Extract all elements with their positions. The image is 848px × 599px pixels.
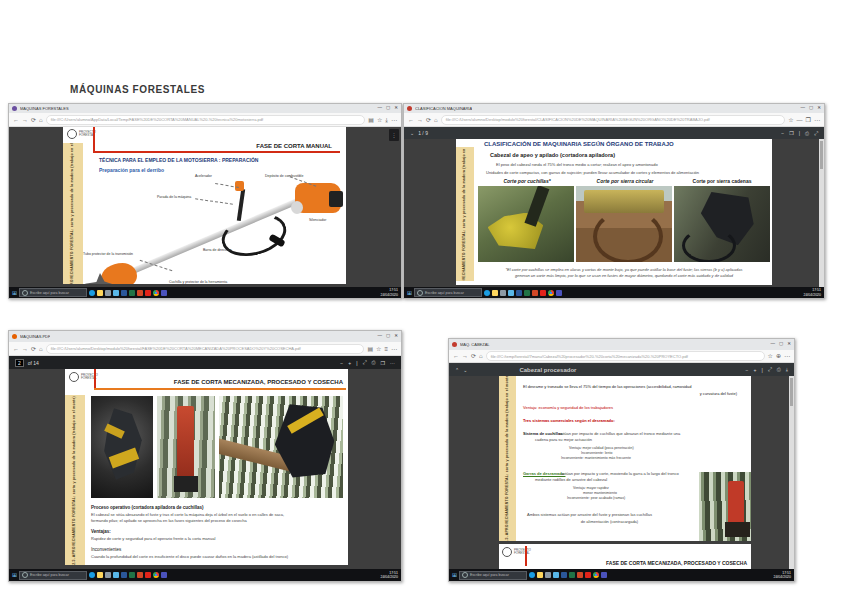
more-icon[interactable]: ⋯ <box>391 117 397 123</box>
excel-icon[interactable] <box>569 572 575 578</box>
tab-title[interactable]: MAQUINAS.PDF <box>20 334 50 339</box>
taskbar-search[interactable]: Escribe aquí para buscar <box>19 288 87 297</box>
maximize-button[interactable]: ▢ <box>779 342 783 347</box>
word-icon[interactable] <box>121 290 127 296</box>
photos-icon[interactable] <box>553 572 559 578</box>
back-icon[interactable]: ← <box>453 353 459 359</box>
start-button[interactable]: ⊞ <box>407 290 412 296</box>
file-explorer-icon[interactable] <box>97 572 103 578</box>
edge-icon[interactable] <box>89 290 95 296</box>
home-icon[interactable]: ⌂ <box>479 353 483 359</box>
file-explorer-icon[interactable] <box>537 572 543 578</box>
print-icon[interactable]: ⎙ <box>777 366 781 373</box>
back-icon[interactable]: ← <box>13 117 19 123</box>
fullscreen-icon[interactable]: ⤢ <box>814 130 818 137</box>
address-bar[interactable]: file:///C:/Users/alumno/Desktop/modulo%2… <box>46 344 365 354</box>
taskbar-search[interactable]: Escribe aquí para buscar <box>19 571 87 580</box>
zoom-out-icon[interactable]: − <box>746 367 749 373</box>
back-icon[interactable]: ← <box>408 117 414 123</box>
excel-icon[interactable] <box>524 290 530 296</box>
forward-icon[interactable]: → <box>417 117 423 123</box>
taskbar-clock[interactable]: 17:5124/04/2020 <box>380 288 398 296</box>
taskbar-clock[interactable]: 17:5124/04/2020 <box>803 288 821 296</box>
pdf-collapsed-toolbar[interactable]: ⋮ <box>389 129 399 141</box>
zoom-icon[interactable]: ⊕ <box>776 353 781 359</box>
refresh-icon[interactable]: ⟳ <box>426 117 431 123</box>
refresh-icon[interactable]: ⟳ <box>471 353 476 359</box>
store-icon[interactable] <box>545 572 551 578</box>
reader-icon[interactable]: ▤ <box>367 346 373 352</box>
file-explorer-icon[interactable] <box>97 290 103 296</box>
excel-icon[interactable] <box>129 290 135 296</box>
edge-icon[interactable] <box>484 290 490 296</box>
store-icon[interactable] <box>105 572 111 578</box>
address-bar[interactable]: file:///C:/Users/alumno/Desktop/modulo%2… <box>441 115 786 125</box>
scrollbar-thumb[interactable] <box>820 141 823 169</box>
powerpoint-icon[interactable] <box>577 572 583 578</box>
close-button[interactable]: ✕ <box>817 106 821 111</box>
minimize-button[interactable]: — <box>377 106 382 111</box>
minimize-button[interactable]: — <box>377 334 382 339</box>
page-menu-icon[interactable]: ⌄ <box>410 130 414 136</box>
teams-icon[interactable] <box>601 572 607 578</box>
chrome-icon[interactable] <box>548 290 554 296</box>
refresh-icon[interactable]: ⟳ <box>31 346 36 352</box>
taskbar-search[interactable]: Escribe aquí para buscar <box>459 571 527 580</box>
teams-icon[interactable] <box>556 290 562 296</box>
fit-page-icon[interactable]: ❐ <box>789 130 793 136</box>
tab-title[interactable]: CLASIFICACION MAQUINARIA <box>415 106 472 111</box>
maximize-button[interactable]: ▢ <box>386 106 390 111</box>
teams-icon[interactable] <box>161 572 167 578</box>
chrome-icon[interactable] <box>593 572 599 578</box>
menu-icon[interactable]: ≡ <box>384 346 388 352</box>
print-icon[interactable]: ⎙ <box>372 359 376 366</box>
address-bar[interactable]: file:///C:/temp/forestal/7manu/Cabezal%2… <box>486 351 765 361</box>
favorite-star-icon[interactable]: ☆ <box>377 117 382 123</box>
page-up-icon[interactable]: ⌃ <box>455 367 459 373</box>
more-icon[interactable]: ⋯ <box>814 117 820 123</box>
forward-icon[interactable]: → <box>22 117 28 123</box>
minimize-button[interactable]: — <box>770 342 775 347</box>
acrobat-icon[interactable] <box>585 572 591 578</box>
home-icon[interactable]: ⌂ <box>434 117 438 123</box>
favorite-star-icon[interactable]: ☆ <box>376 346 381 352</box>
more-icon[interactable]: ⋯ <box>391 346 397 352</box>
minimize-button[interactable]: — <box>800 106 805 111</box>
maximize-button[interactable]: ▢ <box>809 106 813 111</box>
word-icon[interactable] <box>516 290 522 296</box>
favorite-star-icon[interactable]: ☆ <box>768 353 773 359</box>
home-icon[interactable]: ⌂ <box>39 346 43 352</box>
powerpoint-icon[interactable] <box>532 290 538 296</box>
start-button[interactable]: ⊞ <box>12 290 17 296</box>
print-icon[interactable]: ⎙ <box>805 130 809 137</box>
chrome-icon[interactable] <box>153 290 159 296</box>
taskbar-search[interactable]: Escribe aquí para buscar <box>414 288 482 297</box>
download-icon[interactable]: ⤓ <box>786 366 788 373</box>
acrobat-icon[interactable] <box>145 290 151 296</box>
scrollbar[interactable] <box>789 376 794 569</box>
scrollbar[interactable] <box>819 139 824 287</box>
tab-title[interactable]: MAQUINAS FORESTALES <box>20 106 69 111</box>
teams-icon[interactable] <box>161 290 167 296</box>
zoom-in-icon[interactable]: + <box>348 360 351 366</box>
maximize-button[interactable]: ▢ <box>386 334 390 339</box>
browser-window-corta-manual[interactable]: MAQUINAS FORESTALES — ▢ ✕ ← → ⟳ ⌂ file:/… <box>8 103 402 299</box>
powerpoint-icon[interactable] <box>137 290 143 296</box>
store-icon[interactable] <box>105 290 111 296</box>
forward-icon[interactable]: → <box>22 346 28 352</box>
start-button[interactable]: ⊞ <box>452 572 457 578</box>
home-icon[interactable]: ⌂ <box>39 117 43 123</box>
browser-window-cabezal-procesador[interactable]: MAQ. CABEZAL — ▢ ✕ ← → ⟳ ⌂ file:///C:/te… <box>448 338 795 582</box>
excel-icon[interactable] <box>129 572 135 578</box>
photos-icon[interactable] <box>113 290 119 296</box>
page-number-input[interactable]: 2 <box>15 359 24 367</box>
scrollbar-thumb[interactable] <box>790 378 793 406</box>
store-icon[interactable] <box>500 290 506 296</box>
start-button[interactable]: ⊞ <box>12 572 17 578</box>
zoom-in-icon[interactable]: + <box>754 367 757 373</box>
browser-window-clasificacion[interactable]: CLASIFICACION MAQUINARIA — ▢ ✕ ← → ⟳ ⌂ f… <box>403 103 825 299</box>
tab-title[interactable]: MAQ. CABEZAL <box>460 342 490 347</box>
pages-icon[interactable]: ❐ <box>806 117 811 123</box>
close-button[interactable]: ✕ <box>394 106 398 111</box>
zoom-out-icon[interactable]: − <box>781 130 784 136</box>
